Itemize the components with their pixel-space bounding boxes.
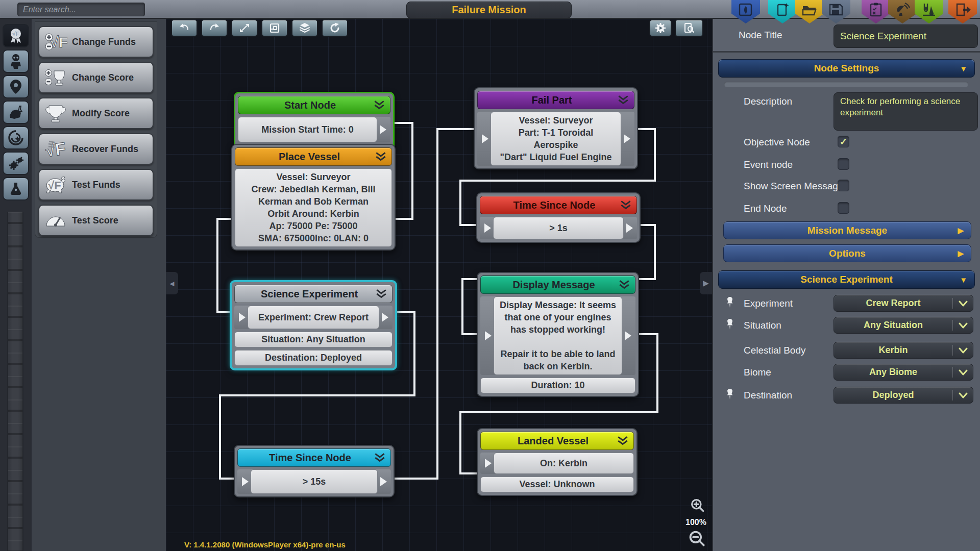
- collapse-left-panel-tab[interactable]: ◄: [166, 272, 178, 294]
- palette-item-modify-score[interactable]: Modify Score: [38, 97, 154, 129]
- rail-tab-experiments[interactable]: [3, 177, 29, 201]
- palette-item-change-funds[interactable]: √F Change Funds: [38, 26, 154, 58]
- mission-graph-canvas[interactable]: ◄ ▶ Start Node Mission Start Time: 0 Pla…: [166, 19, 712, 551]
- zoom-out-button[interactable]: [688, 529, 707, 550]
- node-time-since-2[interactable]: Time Since Node > 1s: [476, 192, 641, 243]
- layers-button[interactable]: [291, 19, 318, 37]
- wire: [397, 311, 415, 313]
- node-science-experiment[interactable]: Science Experiment Experiment: Crew Repo…: [230, 280, 397, 370]
- node-title: Landed Vessel: [481, 435, 616, 447]
- collapse-chevron-icon[interactable]: [616, 436, 629, 446]
- description-label: Description: [744, 96, 792, 107]
- node-settings-header[interactable]: Node Settings ▼: [718, 59, 975, 78]
- node-header[interactable]: Landed Vessel: [480, 432, 634, 450]
- node-param-row[interactable]: > 1s: [493, 217, 624, 239]
- event-node-checkbox[interactable]: [838, 158, 849, 170]
- celestial-body-dropdown[interactable]: Kerbin: [834, 342, 973, 359]
- output-tab[interactable]: [620, 296, 635, 375]
- palette-item-recover-funds[interactable]: √F Recover Funds: [38, 133, 154, 165]
- collapse-chevron-icon[interactable]: [618, 280, 631, 290]
- experiment-label: Experiment: [744, 298, 793, 309]
- rail-tab-science[interactable]: [3, 101, 29, 124]
- output-tab[interactable]: [622, 217, 637, 239]
- palette-item-change-score[interactable]: Change Score: [38, 62, 154, 93]
- node-param-row[interactable]: Situation: Any Situation: [234, 332, 393, 347]
- rail-tab-kerbals[interactable]: [3, 49, 29, 73]
- node-place-vessel[interactable]: Place Vessel Vessel: Surveyor Crew: Jebe…: [231, 144, 396, 251]
- node-landed-vessel[interactable]: Landed Vessel On: Kerbin Vessel: Unknown: [477, 428, 638, 496]
- rail-tab-systems[interactable]: [3, 152, 29, 175]
- experiment-dropdown[interactable]: Crew Report: [834, 295, 973, 312]
- mission-message-button[interactable]: Mission Message ▶: [723, 221, 971, 239]
- options-button[interactable]: Options ▶: [723, 244, 971, 262]
- description-input[interactable]: Check for performing a science experimen…: [834, 92, 978, 131]
- pin-experiment-toggle[interactable]: [725, 297, 734, 308]
- situation-dropdown[interactable]: Any Situation: [834, 317, 973, 334]
- collapse-chevron-icon[interactable]: [617, 95, 630, 105]
- output-tab[interactable]: [375, 117, 390, 142]
- destination-dropdown[interactable]: Deployed: [834, 387, 973, 404]
- undo-button[interactable]: [171, 19, 198, 37]
- end-node-checkbox[interactable]: [838, 202, 849, 214]
- mission-preview-button[interactable]: [675, 19, 703, 37]
- palette-item-label: Modify Score: [72, 108, 130, 119]
- wire: [459, 411, 461, 474]
- rail-tab-locations[interactable]: [3, 75, 29, 98]
- collapse-chevron-icon[interactable]: [374, 152, 387, 162]
- fit-view-button[interactable]: [231, 19, 258, 37]
- mission-settings-button[interactable]: [649, 19, 672, 37]
- node-header[interactable]: Time Since Node: [480, 196, 637, 214]
- arrow-right-icon: [485, 331, 492, 340]
- rail-tab-funds[interactable]: √F: [3, 24, 29, 47]
- node-summary[interactable]: Vessel: Surveyor Part: T-1 Toroidal Aero…: [491, 112, 621, 166]
- node-summary[interactable]: Display Message: It seems that one of yo…: [494, 296, 622, 375]
- node-fail-part[interactable]: Fail Part Vessel: Surveyor Part: T-1 Tor…: [474, 87, 638, 169]
- node-param-row[interactable]: On: Kerbin: [494, 453, 634, 474]
- node-display-message[interactable]: Display Message Display Message: It seem…: [477, 272, 639, 397]
- frame-selection-button[interactable]: [261, 19, 288, 37]
- output-tab[interactable]: [619, 112, 634, 166]
- node-param-row[interactable]: Experiment: Crew Report: [248, 306, 379, 329]
- node-header[interactable]: Start Node: [238, 96, 390, 114]
- node-header[interactable]: Place Vessel: [235, 147, 392, 166]
- node-param-row[interactable]: Mission Start Time: 0: [238, 117, 377, 142]
- objective-node-checkbox-checked[interactable]: ✓: [838, 136, 849, 147]
- pin-situation-toggle[interactable]: [725, 319, 734, 330]
- palette-item-test-funds[interactable]: √F Test Funds: [38, 169, 154, 201]
- rail-tab-orbits[interactable]: [3, 126, 29, 149]
- redo-button[interactable]: [201, 19, 228, 37]
- node-title-input[interactable]: Science Experiment: [834, 24, 978, 48]
- node-start[interactable]: Start Node Mission Start Time: 0: [234, 92, 395, 152]
- zoom-in-button[interactable]: [690, 497, 706, 516]
- node-summary[interactable]: Vessel: Surveyor Crew: Jebediah Kerman, …: [235, 168, 392, 247]
- palette-item-test-score[interactable]: Test Score: [38, 205, 154, 236]
- node-header[interactable]: Fail Part: [477, 91, 634, 109]
- mission-title[interactable]: Failure Mission: [406, 2, 572, 18]
- show-screen-message-checkbox[interactable]: [838, 180, 849, 191]
- collapse-chevron-icon[interactable]: [373, 453, 386, 463]
- biome-dropdown[interactable]: Any Biome: [834, 364, 973, 381]
- collapse-chevron-icon[interactable]: [373, 100, 386, 110]
- search-input[interactable]: [17, 3, 145, 16]
- node-param-row[interactable]: > 15s: [251, 469, 378, 494]
- node-header[interactable]: Time Since Node: [237, 448, 391, 467]
- node-header[interactable]: Science Experiment: [234, 285, 393, 303]
- science-experiment-header[interactable]: Science Experiment ▼: [718, 270, 975, 289]
- output-tab[interactable]: [376, 469, 391, 494]
- node-param-row[interactable]: Duration: 10: [480, 378, 635, 393]
- test-tubes-icon: [920, 2, 938, 17]
- arrow-right-icon: [242, 477, 249, 486]
- node-header[interactable]: Display Message: [480, 276, 635, 294]
- collapse-chevron-icon[interactable]: [619, 200, 632, 210]
- wire: [459, 180, 656, 182]
- chevron-down-icon: [952, 390, 973, 401]
- output-tab[interactable]: [377, 306, 393, 329]
- collapse-chevron-icon[interactable]: [375, 289, 388, 299]
- node-param-row[interactable]: Destination: Deployed: [234, 350, 393, 366]
- node-time-since-1[interactable]: Time Since Node > 15s: [234, 445, 395, 497]
- node-param-row[interactable]: Vessel: Unknown: [480, 477, 634, 492]
- pin-destination-toggle[interactable]: [725, 389, 734, 400]
- version-label: V: 1.4.1.2080 (WindowsPlayer x64)-pre en…: [184, 540, 346, 549]
- collapse-right-panel-tab[interactable]: ▶: [700, 272, 712, 294]
- reset-view-button[interactable]: [322, 19, 348, 37]
